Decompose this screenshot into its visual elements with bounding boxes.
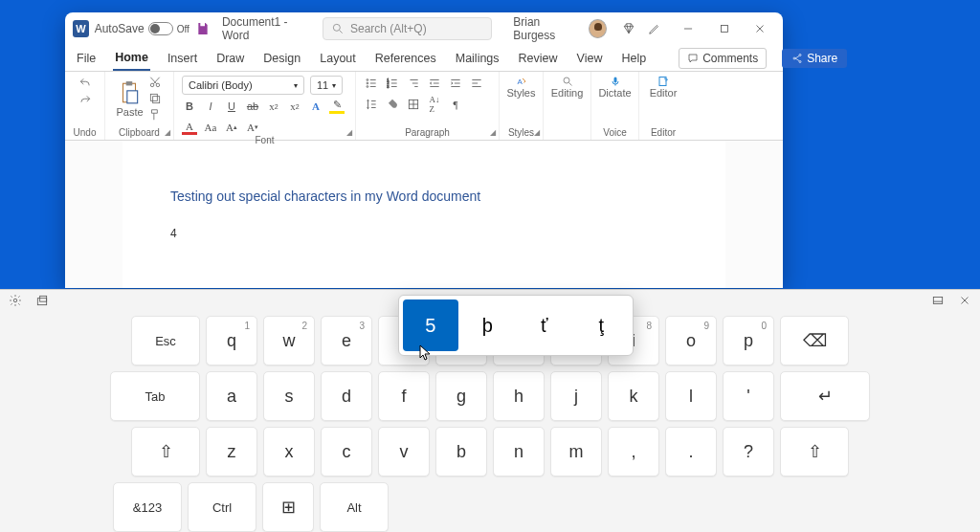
key-shift-left[interactable]: ⇧ — [131, 427, 200, 477]
gear-icon[interactable] — [8, 293, 23, 308]
key-c[interactable]: c — [321, 427, 372, 477]
key-w[interactable]: w2 — [263, 316, 315, 366]
shrink-font-button[interactable]: A▾ — [245, 120, 260, 135]
flyout-key[interactable]: 5 — [403, 299, 458, 351]
font-color-button[interactable]: A — [182, 120, 197, 135]
toggle-track[interactable] — [148, 22, 173, 35]
key-h[interactable]: h — [493, 371, 545, 421]
tab-layout[interactable]: Layout — [318, 45, 358, 71]
tab-insert[interactable]: Insert — [166, 45, 199, 71]
editor-button[interactable]: Editor — [651, 76, 676, 99]
subscript-button[interactable]: x2 — [266, 99, 281, 114]
tab-file[interactable]: File — [75, 45, 98, 71]
tab-mailings[interactable]: Mailings — [454, 45, 501, 71]
paste-button[interactable]: Paste — [116, 80, 143, 118]
close-icon[interactable] — [957, 293, 972, 308]
maximize-button[interactable] — [709, 15, 740, 42]
user-area[interactable]: Brian Burgess — [513, 15, 607, 42]
highlight-button[interactable]: ✎ — [329, 99, 345, 114]
align-left-button[interactable] — [469, 76, 484, 91]
key-backspace[interactable]: ⌫ — [780, 316, 849, 366]
pen-icon[interactable] — [648, 21, 662, 36]
autosave-toggle[interactable]: AutoSave Off — [95, 22, 189, 35]
key-f[interactable]: f — [378, 371, 430, 421]
minimize-button[interactable] — [674, 15, 704, 42]
save-icon[interactable] — [195, 21, 211, 36]
dock-icon[interactable] — [930, 293, 946, 308]
underline-button[interactable]: U — [224, 99, 239, 114]
flyout-key[interactable]: ť — [517, 299, 572, 351]
show-marks-button[interactable]: ¶ — [448, 97, 463, 112]
font-name-select[interactable]: Calibri (Body)▾ — [182, 76, 304, 95]
document-area[interactable]: Testing out special characters in my Wor… — [65, 141, 783, 288]
decrease-indent-button[interactable] — [427, 76, 442, 91]
flyout-key[interactable]: ţ — [574, 299, 630, 351]
paragraph-launcher-icon[interactable]: ◢ — [490, 128, 496, 137]
key-d[interactable]: d — [321, 371, 372, 421]
dictate-button[interactable]: Dictate — [603, 76, 628, 99]
superscript-button[interactable]: x2 — [287, 99, 302, 114]
share-button[interactable]: Share — [782, 49, 847, 68]
comments-button[interactable]: Comments — [679, 48, 767, 69]
undo-icon[interactable] — [78, 76, 93, 91]
bullets-button[interactable] — [364, 76, 379, 91]
key-m[interactable]: m — [550, 427, 602, 477]
key-g[interactable]: g — [435, 371, 487, 421]
avatar[interactable] — [589, 19, 607, 38]
key-x[interactable]: x — [263, 427, 315, 477]
key-alt[interactable]: Alt — [320, 482, 389, 532]
cut-icon[interactable] — [147, 76, 163, 89]
format-painter-icon[interactable] — [147, 108, 163, 122]
key-n[interactable]: n — [493, 427, 545, 477]
key-v[interactable]: v — [378, 427, 430, 477]
tab-view[interactable]: View — [575, 45, 605, 71]
diamond-icon[interactable] — [622, 21, 636, 36]
tab-help[interactable]: Help — [619, 45, 648, 71]
key-.[interactable]: . — [665, 427, 717, 477]
key-j[interactable]: j — [550, 371, 602, 421]
font-size-select[interactable]: 11▾ — [310, 76, 343, 95]
key-b[interactable]: b — [435, 427, 487, 477]
key-s[interactable]: s — [263, 371, 315, 421]
key-a[interactable]: a — [206, 371, 257, 421]
styles-launcher-icon[interactable]: ◢ — [534, 128, 540, 137]
bold-button[interactable]: B — [182, 99, 197, 114]
tab-home[interactable]: Home — [113, 45, 150, 71]
font-launcher-icon[interactable]: ◢ — [346, 128, 352, 137]
redo-icon[interactable] — [78, 93, 93, 108]
copy-icon[interactable] — [147, 92, 163, 105]
shading-button[interactable] — [385, 97, 400, 112]
key-shift-right[interactable]: ⇧ — [780, 427, 849, 477]
tab-review[interactable]: Review — [517, 45, 560, 71]
increase-indent-button[interactable] — [448, 76, 463, 91]
key-tab[interactable]: Tab — [110, 371, 200, 421]
undock-icon[interactable] — [34, 293, 50, 308]
flyout-key[interactable]: þ — [460, 299, 516, 351]
strikethrough-button[interactable]: ab — [245, 99, 260, 114]
key-,[interactable]: , — [608, 427, 659, 477]
key-k[interactable]: k — [608, 371, 659, 421]
line-spacing-button[interactable] — [364, 97, 379, 112]
document-page[interactable]: Testing out special characters in my Wor… — [122, 141, 725, 288]
change-case-button[interactable]: Aa — [203, 120, 218, 135]
grow-font-button[interactable]: A▴ — [224, 120, 239, 135]
key-?[interactable]: ? — [723, 427, 774, 477]
editing-button[interactable]: Editing — [555, 76, 580, 99]
key-l[interactable]: l — [665, 371, 717, 421]
key-enter[interactable]: ↵ — [780, 371, 870, 421]
key-'[interactable]: ' — [723, 371, 774, 421]
tab-draw[interactable]: Draw — [214, 45, 246, 71]
tab-design[interactable]: Design — [261, 45, 302, 71]
close-button[interactable] — [746, 15, 776, 42]
key-z[interactable]: z — [206, 427, 257, 477]
key-ctrl[interactable]: Ctrl — [188, 482, 256, 532]
key-windows-key[interactable]: ⊞ — [262, 482, 314, 532]
borders-button[interactable] — [406, 97, 421, 112]
styles-button[interactable]: A Styles — [509, 76, 534, 99]
sort-button[interactable]: A↓Z — [427, 97, 442, 112]
italic-button[interactable]: I — [203, 99, 218, 114]
tab-references[interactable]: References — [373, 45, 438, 71]
key-esc[interactable]: Esc — [131, 316, 200, 366]
key-&123[interactable]: &123 — [113, 482, 182, 532]
key-q[interactable]: q1 — [206, 316, 257, 366]
